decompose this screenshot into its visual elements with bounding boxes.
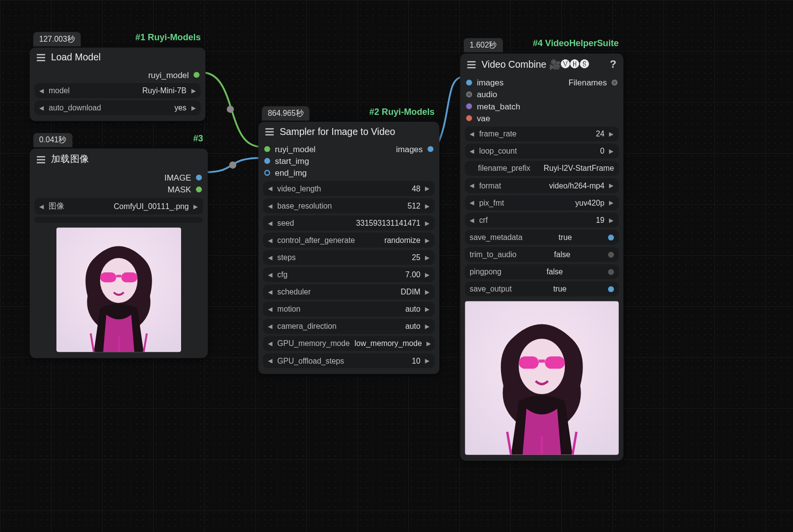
widget-crf[interactable]: ◀crf19▶ xyxy=(465,213,618,227)
svg-rect-5 xyxy=(100,272,116,282)
input-audio[interactable]: audio xyxy=(460,88,624,100)
upload-button[interactable] xyxy=(34,217,203,223)
hamburger-icon[interactable] xyxy=(467,61,476,68)
widget-format[interactable]: ◀formatvideo/h264-mp4▶ xyxy=(465,178,618,193)
svg-rect-7 xyxy=(116,275,121,277)
hamburger-icon[interactable] xyxy=(265,128,274,135)
timing-badge: 1.602秒 xyxy=(464,38,502,52)
input-end-img[interactable]: end_img xyxy=(258,167,439,179)
output-ruyi-model[interactable]: ruyi_model xyxy=(30,69,206,80)
socket-icon xyxy=(466,91,472,97)
widget-gpu-memory-mode[interactable]: ◀GPU_memory_modelow_memory_mode▶ xyxy=(263,336,435,351)
node-sampler[interactable]: 864.965秒 #2 Ruyi-Models Sampler for Imag… xyxy=(258,122,439,374)
widget-filename-prefix[interactable]: filename_prefixRuyi-I2V-StartFrame xyxy=(465,161,618,176)
node-title[interactable]: Sampler for Image to Video xyxy=(258,122,439,143)
widget-base-resolution[interactable]: ◀base_resolution512▶ xyxy=(263,198,435,213)
hamburger-icon[interactable] xyxy=(37,54,45,61)
output-mask[interactable]: MASK xyxy=(30,184,208,195)
widget-loop-count[interactable]: ◀loop_count0▶ xyxy=(465,144,618,159)
chevron-left-icon: ◀ xyxy=(39,87,44,94)
node-tag: #2 Ruyi-Models xyxy=(365,105,439,117)
title-text: Load Model xyxy=(51,52,101,63)
widget-camera-direction[interactable]: ◀camera_directionauto▶ xyxy=(263,319,435,334)
chevron-left-icon: ◀ xyxy=(39,105,44,111)
node-tag: #4 VideoHelperSuite xyxy=(528,37,624,49)
widget-scheduler[interactable]: ◀schedulerDDIM▶ xyxy=(263,285,435,299)
widget-steps[interactable]: ◀steps25▶ xyxy=(263,250,435,265)
chevron-left-icon: ◀ xyxy=(39,203,44,209)
timing-badge: 864.965秒 xyxy=(262,106,310,121)
socket-icon[interactable] xyxy=(193,72,199,78)
chevron-right-icon: ▶ xyxy=(191,87,196,94)
chevron-right-icon: ▶ xyxy=(191,105,196,111)
toggle-icon xyxy=(608,286,614,292)
toggle-icon xyxy=(608,234,614,240)
widget-control-after-generate[interactable]: ◀control_after_generaterandomize▶ xyxy=(263,233,435,247)
node-title[interactable]: Video Combine 🎥🅥🅗🅢 ? xyxy=(460,53,624,77)
svg-rect-11 xyxy=(519,356,539,369)
widget-frame-rate[interactable]: ◀frame_rate24▶ xyxy=(465,127,618,141)
widget-model[interactable]: ◀ model Ruyi-Mini-7B ▶ xyxy=(34,83,201,98)
help-icon[interactable]: ? xyxy=(610,58,616,71)
node-tag: #3 xyxy=(188,132,208,144)
node-load-image[interactable]: 0.041秒 #3 加载图像 IMAGE MASK ◀ 图像 ComfyUI_0… xyxy=(30,149,208,358)
socket-icon[interactable] xyxy=(427,146,433,152)
socket-icon[interactable] xyxy=(264,146,270,152)
socket-icon xyxy=(466,115,472,121)
svg-point-0 xyxy=(227,106,234,113)
socket-icon[interactable] xyxy=(196,175,202,181)
node-video-combine[interactable]: 1.602秒 #4 VideoHelperSuite Video Combine… xyxy=(460,53,624,461)
timing-badge: 127.003秒 xyxy=(33,32,81,46)
widget-trim-to-audio[interactable]: trim_to_audiofalse xyxy=(465,247,618,262)
toggle-icon xyxy=(608,251,614,257)
chevron-right-icon: ▶ xyxy=(193,203,198,209)
socket-icon xyxy=(466,80,472,85)
output-filenames[interactable]: Filenames xyxy=(562,77,623,88)
output-images[interactable]: images xyxy=(390,143,440,155)
timing-badge: 0.041秒 xyxy=(33,133,72,147)
input-meta-batch[interactable]: meta_batch xyxy=(460,100,624,112)
title-text: Video Combine 🎥🅥🅗🅢 xyxy=(481,59,589,70)
image-preview xyxy=(56,227,181,352)
video-preview xyxy=(465,301,618,454)
node-title[interactable]: Load Model xyxy=(30,48,206,69)
node-title[interactable]: 加载图像 xyxy=(30,149,208,172)
widget-pix-fmt[interactable]: ◀pix_fmtyuv420p▶ xyxy=(465,195,618,210)
widget-image-file[interactable]: ◀ 图像 ComfyUI_00111_.png ▶ xyxy=(34,198,203,214)
widget-save-metadata[interactable]: save_metadatatrue xyxy=(465,230,618,244)
node-canvas[interactable]: 127.003秒 #1 Ruyi-Models Load Model ruyi_… xyxy=(0,0,793,532)
svg-rect-6 xyxy=(121,272,137,282)
node-tag: #1 Ruyi-Models xyxy=(131,31,205,43)
widget-pingpong[interactable]: pingpongfalse xyxy=(465,264,618,279)
widget-motion[interactable]: ◀motionauto▶ xyxy=(263,302,435,317)
socket-icon xyxy=(611,80,617,85)
svg-rect-13 xyxy=(539,360,545,363)
input-start-img[interactable]: start_img xyxy=(258,155,439,167)
toggle-icon xyxy=(608,269,614,275)
socket-icon[interactable] xyxy=(264,170,270,176)
output-image[interactable]: IMAGE xyxy=(30,172,208,184)
title-text: 加载图像 xyxy=(51,153,89,165)
widget-save-output[interactable]: save_outputtrue xyxy=(465,282,618,296)
socket-icon xyxy=(466,104,472,109)
svg-point-1 xyxy=(229,161,237,169)
socket-icon[interactable] xyxy=(264,158,270,164)
widget-seed[interactable]: ◀seed331593131141471▶ xyxy=(263,215,435,230)
widget-auto-download[interactable]: ◀ auto_download yes ▶ xyxy=(34,100,201,115)
widget-gpu-offload-steps[interactable]: ◀GPU_offload_steps10▶ xyxy=(263,353,435,368)
hamburger-icon[interactable] xyxy=(37,156,45,163)
svg-rect-12 xyxy=(545,356,565,369)
widget-video-length[interactable]: ◀video_length48▶ xyxy=(263,181,435,196)
input-vae[interactable]: vae xyxy=(460,112,624,124)
widget-cfg[interactable]: ◀cfg7.00▶ xyxy=(263,267,435,282)
title-text: Sampler for Image to Video xyxy=(280,127,395,137)
socket-icon[interactable] xyxy=(196,186,202,192)
node-load-model[interactable]: 127.003秒 #1 Ruyi-Models Load Model ruyi_… xyxy=(30,48,206,121)
